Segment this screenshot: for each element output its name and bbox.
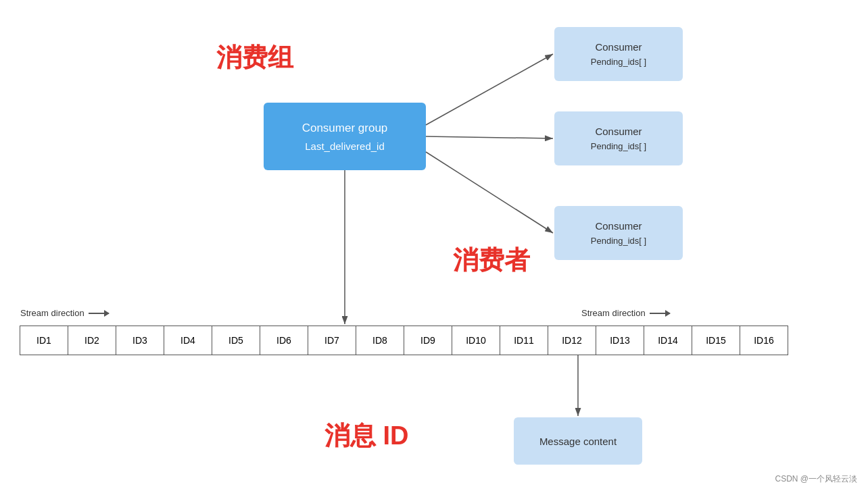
stream-direction-left: Stream direction [20,308,109,318]
id-cell-id4: ID4 [164,326,212,355]
id-cell-id2: ID2 [68,326,116,355]
id-cell-id14: ID14 [644,326,692,355]
consumer-group-line2: Last_delivered_id [305,140,385,152]
stream-direction-right: Stream direction [581,308,670,318]
id-cell-id13: ID13 [596,326,644,355]
id-cell-id8: ID8 [356,326,404,355]
consumer2-line2: Pending_ids[ ] [591,141,646,151]
id-cell-id1: ID1 [20,326,68,355]
label-xiaofeizu: 消费组 [216,41,293,75]
message-content-label: Message content [539,436,617,447]
consumer-box-2: Consumer Pending_ids[ ] [554,111,683,165]
id-cell-id3: ID3 [116,326,164,355]
consumer2-line1: Consumer [595,126,642,137]
label-xiaoxi: 消息 ID [324,419,409,453]
svg-line-3 [426,152,553,233]
id-cell-id12: ID12 [548,326,596,355]
id-cell-id11: ID11 [500,326,548,355]
watermark: CSDN @一个风轻云淡 [775,473,857,485]
id-cell-id6: ID6 [260,326,308,355]
message-content-box: Message content [514,417,642,465]
stream-ids-row: ID1ID2ID3ID4ID5ID6ID7ID8ID9ID10ID11ID12I… [20,326,788,355]
id-cell-id10: ID10 [452,326,500,355]
id-cell-id16: ID16 [740,326,788,355]
consumer1-line1: Consumer [595,41,642,53]
arrows-overlay [0,0,868,493]
consumer-group-line1: Consumer group [302,122,388,135]
id-cell-id15: ID15 [692,326,740,355]
consumer-group-box: Consumer group Last_delivered_id [264,103,426,170]
svg-line-2 [426,136,553,138]
id-cell-id7: ID7 [308,326,356,355]
label-xiaofei: 消费者 [453,243,530,278]
consumer1-line2: Pending_ids[ ] [591,57,646,67]
consumer3-line2: Pending_ids[ ] [591,236,646,246]
svg-line-1 [426,54,553,125]
id-cell-id5: ID5 [212,326,260,355]
id-cell-id9: ID9 [404,326,452,355]
diagram-container: 消费组 Consumer group Last_delivered_id Con… [0,0,868,493]
consumer-box-3: Consumer Pending_ids[ ] [554,206,683,260]
consumer-box-1: Consumer Pending_ids[ ] [554,27,683,81]
consumer3-line1: Consumer [595,220,642,232]
